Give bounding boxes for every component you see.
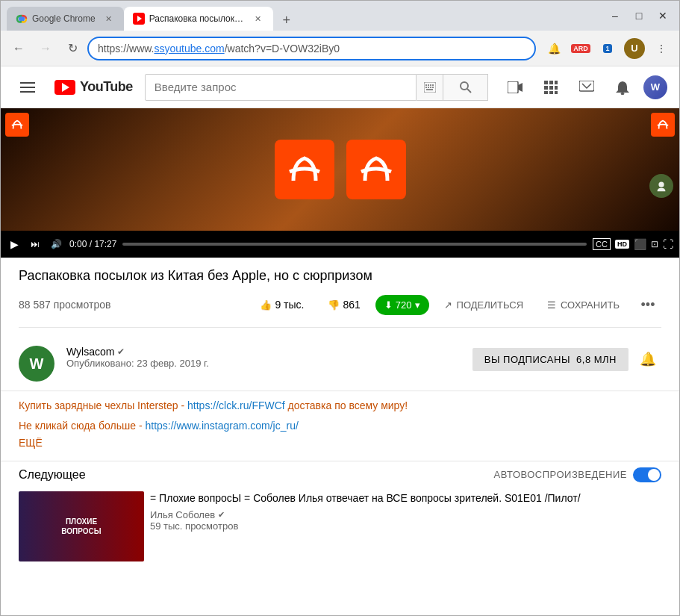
svg-line-17 xyxy=(467,89,471,93)
svg-rect-29 xyxy=(579,81,594,91)
svg-point-30 xyxy=(621,93,625,95)
menu-icon[interactable]: ⋮ xyxy=(649,37,673,60)
next-button[interactable]: ⏭ xyxy=(28,237,43,252)
profile-icon[interactable]: U xyxy=(623,37,646,60)
svg-rect-3 xyxy=(20,82,35,84)
autoplay-toggle[interactable] xyxy=(633,467,661,482)
yt-menu-button[interactable] xyxy=(13,72,43,102)
close-button[interactable]: ✕ xyxy=(652,5,673,26)
yt-user-avatar[interactable]: W xyxy=(643,75,667,99)
yt-keyboard-button[interactable] xyxy=(417,74,443,101)
minimize-button[interactable]: – xyxy=(605,5,626,26)
fullscreen-button[interactable]: ⛶ xyxy=(663,238,673,250)
svg-rect-5 xyxy=(20,91,35,93)
new-tab-button[interactable]: + xyxy=(276,10,297,31)
desc-line2: Не кликай сюда больше - https://www.inst… xyxy=(19,417,661,434)
channel-name-row: Wylsacom ✔ xyxy=(66,346,461,358)
more-actions-button[interactable]: ••• xyxy=(634,291,661,318)
ali-icon-left xyxy=(275,140,334,199)
subtitles-button[interactable]: CC xyxy=(593,238,611,250)
subscribe-label: ВЫ ПОДПИСАНЫ xyxy=(484,354,570,365)
like-button[interactable]: 👍 9 тыс. xyxy=(251,294,313,315)
yt-messages-icon[interactable] xyxy=(572,72,602,102)
dislike-count: 861 xyxy=(343,299,360,311)
rec-channel-name: Илья Соболев xyxy=(150,509,215,520)
share-button[interactable]: ↗ ПОДЕЛИТЬСЯ xyxy=(435,295,532,315)
video-stats: 88 587 просмотров 👍 9 тыс. 👎 861 xyxy=(19,291,661,328)
ext-ard-icon[interactable]: ARD xyxy=(569,37,593,60)
channel-avatar[interactable]: W xyxy=(19,346,54,382)
video-player: ▶ ⏭ 🔊 0:00 / 17:27 CC HD ⬛ xyxy=(1,108,679,258)
tab-google-close[interactable]: ✕ xyxy=(103,13,115,25)
yt-logo-text: YouTube xyxy=(80,79,133,95)
svg-rect-9 xyxy=(430,84,431,86)
yt-search-bar[interactable] xyxy=(145,74,417,101)
volume-button[interactable]: 🔊 xyxy=(49,237,63,252)
rec-thumbnail[interactable]: ПЛОХИЕВОПРОСЫ xyxy=(19,491,144,561)
ali-icon-right xyxy=(346,140,406,199)
desc-text-1: Купить зарядные чехлы Interstep - xyxy=(19,399,187,411)
tab-youtube-close[interactable]: ✕ xyxy=(252,13,264,25)
yt-search-button[interactable] xyxy=(443,74,488,101)
subscribe-button[interactable]: ВЫ ПОДПИСАНЫ 6,8 МЛН xyxy=(472,348,628,371)
mini-player-button[interactable]: ⊡ xyxy=(651,239,658,249)
hd-button[interactable]: HD xyxy=(615,240,629,249)
svg-rect-26 xyxy=(544,91,548,94)
yt-apps-icon[interactable] xyxy=(536,72,566,102)
svg-rect-7 xyxy=(425,84,427,86)
yt-logo-play xyxy=(62,83,69,92)
forward-button[interactable]: → xyxy=(34,37,57,60)
svg-rect-15 xyxy=(426,89,433,90)
yt-notifications-icon[interactable] xyxy=(608,72,637,102)
progress-bar[interactable] xyxy=(122,243,587,246)
tab-google[interactable]: Google Chrome ✕ xyxy=(7,7,124,31)
yt-create-icon[interactable] xyxy=(500,72,530,102)
yt-search-container xyxy=(145,74,488,101)
url-prefix: https://www. xyxy=(98,43,154,55)
notification-bell-button[interactable]: 🔔 xyxy=(634,346,661,373)
current-time: 0:00 / 17:27 xyxy=(69,239,116,249)
svg-rect-25 xyxy=(555,86,558,90)
ext-num-badge: 1 xyxy=(603,44,611,53)
desc-link-2[interactable]: https://www.instagram.com/jc_ru/ xyxy=(145,420,298,432)
svg-rect-13 xyxy=(430,87,431,88)
yt-logo[interactable]: YouTube xyxy=(54,79,133,95)
theater-button[interactable]: ⬛ xyxy=(634,238,646,250)
svg-point-31 xyxy=(658,182,664,187)
rec-thumb-overlay-text: ПЛОХИЕВОПРОСЫ xyxy=(61,517,101,536)
nav-icons: 🔔 ARD 1 U ⋮ xyxy=(542,37,673,60)
rec-video-item: ПЛОХИЕВОПРОСЫ = Плохие вопросЫ = Соболев… xyxy=(19,491,661,567)
maximize-button[interactable]: □ xyxy=(628,5,649,26)
video-frame[interactable] xyxy=(1,108,679,231)
play-button[interactable]: ▶ xyxy=(7,237,22,252)
navbar: ← → ↻ https://www.ssyoutube.com/watch?v=… xyxy=(1,31,679,66)
dislike-button[interactable]: 👎 861 xyxy=(319,294,369,315)
back-button[interactable]: ← xyxy=(7,37,31,60)
yt-header-actions: W xyxy=(500,72,667,102)
view-count: 88 587 просмотров xyxy=(19,299,110,311)
svg-rect-4 xyxy=(20,87,35,88)
rec-title[interactable]: = Плохие вопросЫ = Соболев Илья отвечает… xyxy=(150,491,661,506)
bookmark-icon[interactable]: 🔔 xyxy=(542,37,566,60)
desc-more-button[interactable]: ЕЩЁ xyxy=(19,437,661,449)
autoplay-section: АВТОВОСПРОИЗВЕДЕНИЕ xyxy=(494,467,661,482)
up-next-section: Следующее АВТОВОСПРОИЗВЕДЕНИЕ ПЛОХИЕВОПР… xyxy=(1,461,679,573)
save-button[interactable]: ☰ СОХРАНИТЬ xyxy=(538,295,628,315)
reload-button[interactable]: ↻ xyxy=(60,37,84,60)
download-button[interactable]: ⬇ 720 ▾ xyxy=(375,295,429,315)
svg-marker-19 xyxy=(518,83,523,92)
url-bar[interactable]: https://www.ssyoutube.com/watch?v=D-VOW3… xyxy=(87,37,536,60)
svg-point-16 xyxy=(461,82,468,90)
save-label: СОХРАНИТЬ xyxy=(561,299,620,311)
up-next-header: Следующее АВТОВОСПРОИЗВЕДЕНИЕ xyxy=(19,467,661,482)
svg-rect-27 xyxy=(549,91,553,94)
tab-youtube-label: Распаковка посылок из Китая б xyxy=(149,13,245,24)
like-count: 9 тыс. xyxy=(275,299,304,311)
ext-num-icon[interactable]: 1 xyxy=(596,37,620,60)
svg-rect-20 xyxy=(544,81,548,84)
youtube-page: YouTube xyxy=(1,66,679,615)
desc-link-1[interactable]: https://clck.ru/FFWCf xyxy=(187,399,285,411)
tab-youtube[interactable]: Распаковка посылок из Китая б ✕ xyxy=(124,7,273,31)
rec-verified-icon: ✔ xyxy=(218,510,225,520)
yt-search-input[interactable] xyxy=(155,81,407,93)
